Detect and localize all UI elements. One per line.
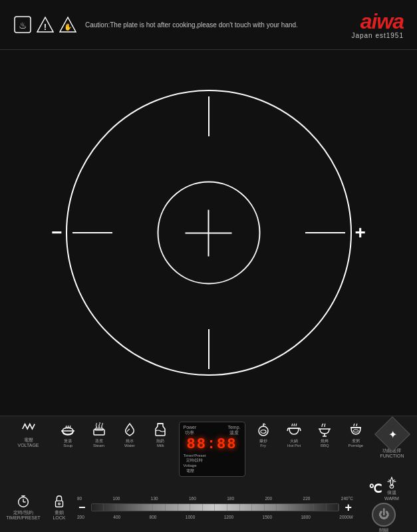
function-diamond-btn[interactable]: ✦	[374, 416, 410, 452]
gb-seg-14	[265, 504, 277, 511]
bbq-icon	[317, 422, 333, 438]
voltage-icon-item[interactable]: 電壓 VOLTAGE	[17, 422, 39, 449]
display-voltage-row: Voltage電壓	[184, 464, 241, 473]
display-bottom-labels: Timer/Preset 定時/設時	[184, 454, 241, 463]
heat-warning-icon: ♨	[13, 15, 32, 34]
steam-icon	[91, 422, 107, 438]
scale-top-5: 200	[265, 496, 272, 501]
scale-top-0: 80	[77, 496, 82, 501]
steam-label: 蒸煮 Steam	[93, 439, 104, 448]
bottom-left-icons: 定時/預約 TIMER/PRESET 童鎖 LOCK	[7, 494, 73, 521]
svg-point-12	[261, 430, 266, 434]
brand-area: aiwa Japan est1951	[351, 11, 404, 39]
minus-sign[interactable]: −	[51, 222, 62, 243]
display-panel: Power 功率 Temp. 溫度 88:88 Timer/Preset 定時/…	[179, 422, 245, 477]
scale-bot-4: 1200	[224, 515, 233, 519]
steam-icon-item[interactable]: 蒸煮 Steam	[86, 422, 112, 448]
scale-minus-btn[interactable]: −	[76, 501, 88, 515]
bottom-right: ℃ 保溫WARM	[357, 475, 410, 532]
voltage-icon	[21, 422, 36, 436]
bbq-label: 燒烤 BBQ	[321, 439, 329, 448]
svg-point-27	[59, 503, 61, 505]
milk-icon	[152, 422, 168, 438]
scale-bot-0: 200	[77, 515, 84, 519]
control-bottom-row: 定時/預約 TIMER/PRESET 童鎖 LOCK 80 100 130 16…	[7, 484, 410, 531]
warm-icon	[384, 475, 399, 490]
scale-bot-5: 1500	[263, 515, 272, 519]
gb-seg-16	[289, 504, 302, 511]
timer-zh: 定時/設時	[184, 458, 206, 463]
diamond-inner-icon: ✦	[388, 428, 396, 441]
scale-plus-btn[interactable]: +	[342, 501, 354, 515]
gb-seg-11	[227, 504, 240, 511]
svg-text:!: !	[44, 22, 47, 32]
porridge-icon-item[interactable]: 煮粥 Porridge	[343, 422, 368, 448]
water-label: 燒水 Water	[124, 439, 135, 448]
scale-bot-6: 1800	[301, 515, 310, 519]
scale-bot-2: 800	[150, 515, 157, 519]
hotpot-icon	[286, 422, 302, 438]
scale-top-4: 180	[227, 496, 234, 501]
bbq-icon-item[interactable]: 燒烤 BBQ	[312, 422, 337, 448]
cooktop-circle: − +	[66, 90, 352, 376]
lock-icon	[52, 494, 67, 509]
scale-top-1: 100	[113, 496, 120, 501]
onoff-section[interactable]: ⏻ 開關ON/OFF	[372, 503, 396, 532]
scale-bot-1: 400	[113, 515, 120, 519]
soup-icon-item[interactable]: 煲湯 Soup	[55, 422, 80, 448]
gb-seg-4	[141, 504, 154, 511]
water-icon	[122, 422, 138, 438]
gb-seg-0	[92, 504, 104, 511]
water-icon-item[interactable]: 燒水 Water	[117, 422, 142, 448]
function-icons-left: 煲湯 Soup 蒸煮 Steam	[51, 422, 178, 448]
fry-label: 爆炒 Fry	[259, 439, 267, 448]
timer-preset-item[interactable]: 定時/預約 TIMER/PRESET	[7, 494, 40, 521]
tick-top	[208, 96, 209, 136]
control-top-row: 電壓 VOLTAGE 煲湯 Soup	[7, 422, 410, 481]
svg-point-11	[259, 426, 268, 436]
svg-line-31	[388, 480, 390, 481]
hotpot-icon-item[interactable]: 火鍋 Hot Pot	[281, 422, 307, 448]
scale-bot-3: 1000	[186, 515, 195, 519]
hand-warning-icon: ✋	[59, 15, 77, 34]
milk-icon-item[interactable]: 熱奶 Milk	[148, 422, 173, 448]
porridge-label: 煮粥 Porridge	[348, 439, 363, 448]
warm-label: 保溫WARM	[384, 490, 399, 501]
scale-top-7: 240°C	[341, 496, 353, 501]
power-zh: 功率	[184, 430, 197, 436]
soup-label: 煲湯 Soup	[63, 439, 72, 448]
exclamation-warning-icon: !	[36, 15, 55, 34]
voltage-disp-label: Voltage電壓	[184, 464, 197, 473]
right-icons: ✦ 功能選擇 FUNCTION	[374, 422, 410, 460]
inner-circle	[157, 182, 260, 285]
gb-seg-13	[252, 504, 265, 511]
timer-preset-label: 定時/預約 TIMER/PRESET	[6, 510, 41, 521]
function-select[interactable]: ✦ 功能選擇 FUNCTION	[380, 422, 405, 460]
plus-sign[interactable]: +	[355, 222, 366, 243]
scale-nums-top: 80 100 130 160 180 200 220 240°C	[76, 496, 354, 501]
display-labels-top: Power 功率 Temp. 溫度	[184, 425, 241, 436]
scale-top-6: 220	[303, 496, 311, 501]
gb-seg-6	[166, 504, 178, 511]
soup-icon	[60, 422, 76, 438]
lock-item[interactable]: 童鎖 LOCK	[45, 494, 73, 521]
onoff-label: 開關ON/OFF	[375, 528, 392, 532]
scale-nums-bottom: 200 400 800 1000 1200 1500 1800 2000W	[76, 515, 354, 519]
celsius-icon: ℃	[368, 481, 382, 496]
tick-right	[305, 232, 345, 233]
scale-section: 80 100 130 160 180 200 220 240°C −	[76, 496, 354, 519]
onoff-button[interactable]: ⏻	[372, 503, 396, 527]
warning-icons: ♨ ! ✋	[13, 15, 77, 34]
fry-icon	[255, 422, 271, 438]
gb-seg-18	[314, 504, 327, 511]
timer-preset-icon	[16, 494, 31, 509]
hotpot-label: 火鍋 Hot Pot	[287, 439, 301, 448]
tick-bottom	[208, 329, 209, 369]
gb-seg-17	[302, 504, 315, 511]
gb-seg-2	[116, 504, 129, 511]
svg-text:♨: ♨	[19, 20, 27, 31]
caution-text: Caution:The plate is hot after cooking,p…	[85, 21, 351, 29]
inner-v-line	[208, 209, 209, 256]
fry-icon-item[interactable]: 爆炒 Fry	[251, 422, 276, 448]
brand-logo: aiwa	[360, 11, 404, 32]
